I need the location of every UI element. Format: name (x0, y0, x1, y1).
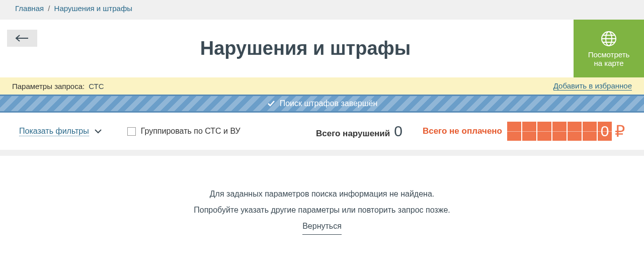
map-button-line1: Посмотреть (588, 50, 630, 59)
total-violations: Всего нарушений 0 (316, 123, 403, 140)
query-bar: Параметры запроса: СТС Добавить в избран… (0, 77, 644, 95)
counter-digit (537, 122, 551, 141)
check-icon (267, 99, 276, 108)
breadcrumb-home[interactable]: Главная (15, 4, 44, 13)
breadcrumb-current: Нарушения и штрафы (54, 4, 132, 13)
view-on-map-button[interactable]: Посмотреть на карте (574, 20, 644, 77)
group-by-label: Группировать по СТС и ВУ (141, 127, 240, 136)
progress-text: Поиск штрафов завершён (280, 99, 378, 108)
map-button-line2: на карте (594, 59, 623, 67)
chevron-down-icon[interactable] (94, 129, 102, 134)
ruble-icon: ₽ (615, 122, 625, 141)
query-value: СТС (89, 82, 104, 90)
add-favorite-link[interactable]: Добавить в избранное (553, 81, 632, 90)
counter-digit (568, 122, 582, 141)
counter-digit (583, 122, 597, 141)
filter-bar: Показать фильтры Группировать по СТС и В… (0, 113, 644, 150)
header-section: Нарушения и штрафы Посмотреть на карте (0, 20, 644, 77)
page-title: Нарушения и штрафы (37, 25, 574, 72)
group-by-checkbox[interactable]: Группировать по СТС и ВУ (127, 127, 240, 136)
empty-line1: Для заданных параметров поиска информаци… (0, 186, 644, 202)
total-violations-count: 0 (394, 123, 403, 140)
empty-results: Для заданных параметров поиска информаци… (0, 156, 644, 275)
progress-bar: Поиск штрафов завершён (0, 95, 644, 113)
return-link[interactable]: Вернуться (302, 218, 342, 235)
unpaid-counter: 0 (507, 122, 612, 141)
total-violations-label: Всего нарушений (316, 129, 390, 139)
counter-digit-zero: 0 (598, 122, 612, 141)
back-button[interactable] (7, 30, 37, 47)
counter-digit (507, 122, 521, 141)
counter-digit (522, 122, 536, 141)
show-filters-link[interactable]: Показать фильтры (19, 127, 89, 136)
empty-line2: Попробуйте указать другие параметры или … (0, 202, 644, 218)
query-label: Параметры запроса: (12, 82, 85, 90)
globe-icon (600, 30, 617, 47)
checkbox-box-icon (127, 127, 136, 136)
breadcrumb: Главная / Нарушения и штрафы (0, 0, 644, 20)
back-arrow-icon (15, 34, 30, 43)
counter-digit (552, 122, 567, 141)
breadcrumb-separator: / (48, 4, 50, 13)
total-unpaid-label: Всего не оплачено (423, 126, 502, 136)
